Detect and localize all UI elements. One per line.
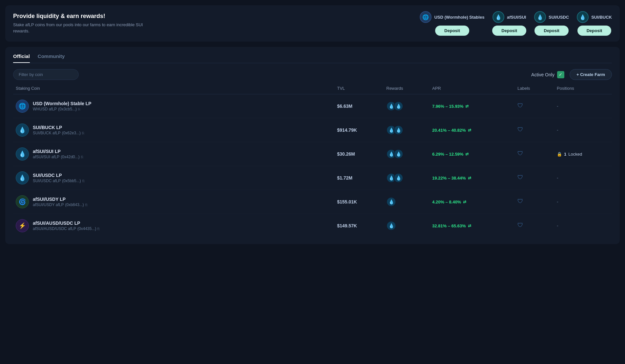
locked-count-afsui-sui-lp: 1 xyxy=(564,152,566,157)
active-only-filter: Active Only ✓ xyxy=(531,71,564,78)
coin-sub-afsui-usdy-lp: afSUI/USDY afLP (0xb843...) ⎘ xyxy=(33,202,88,207)
coin-cell-afsui-usdy-lp: 🌀 afSUI/USDY LP afSUI/USDY afLP (0xb843.… xyxy=(16,195,337,208)
copy-icon-sui-buck-lp[interactable]: ⎘ xyxy=(82,131,84,135)
apr-value-sui-buck-lp: 20.41% – 40.82% xyxy=(432,128,466,133)
positions-cell-afsui-usdy-lp: - xyxy=(557,199,609,204)
pool-card-whusd: 🌐 USD (Wormhole) Stables Deposit xyxy=(420,11,484,36)
coin-icon-afsui-sui-lp: 💧 xyxy=(16,147,29,161)
copy-icon-afsui-ausd-usdc-lp[interactable]: ⎘ xyxy=(97,227,100,231)
table-row-sui-buck-lp[interactable]: 💧 SUI/BUCK LP SUI/BUCK afLP (0x62e3...) … xyxy=(13,118,612,142)
rewards-cell-afsui-ausd-usdc-lp: 💧 xyxy=(386,221,432,231)
filter-input[interactable] xyxy=(13,69,79,80)
coin-sub-sui-buck-lp: SUI/BUCK afLP (0x62e3...) ⎘ xyxy=(33,131,84,135)
label-cell-afsui-usdy-lp: 🛡 xyxy=(517,198,557,206)
shield-icon-whusd-lp: 🛡 xyxy=(517,102,525,110)
coin-name-afsui-usdy-lp: afSUI/USDY LP xyxy=(33,197,88,202)
banner-subtitle: Stake afLP coins from our pools into our… xyxy=(13,22,151,34)
coin-info-afsui-ausd-usdc-lp: afSUI/AUSD/USDC LP afSUI/AUSD/USDC afLP … xyxy=(33,220,100,231)
deposit-button-sui_usdc[interactable]: Deposit xyxy=(534,26,569,36)
pool-icon-afsui_sui: 💧 xyxy=(493,11,504,23)
coin-info-sui-buck-lp: SUI/BUCK LP SUI/BUCK afLP (0x62e3...) ⎘ xyxy=(33,125,84,135)
shield-icon-sui-buck-lp: 🛡 xyxy=(517,126,525,134)
label-cell-sui-buck-lp: 🛡 xyxy=(517,126,557,134)
coin-subname-sui-buck-lp: SUI/BUCK afLP xyxy=(33,131,61,135)
apr-value-sui-usdc-lp: 19.22% – 38.44% xyxy=(432,176,466,181)
table-rows: 🌐 USD (Wormhole) Stable LP WHUSD afLP (0… xyxy=(13,94,612,238)
deposit-button-sui_buck[interactable]: Deposit xyxy=(577,26,612,36)
apr-value-afsui-ausd-usdc-lp: 32.81% – 65.63% xyxy=(432,223,466,228)
apr-arrows-sui-usdc-lp: ⇄ xyxy=(468,176,471,180)
coin-sub-afsui-ausd-usdc-lp: afSUI/AUSD/USDC afLP (0x4435...) ⎘ xyxy=(33,226,100,231)
table-header: Staking Coin TVL Rewards APR Labels Posi… xyxy=(13,86,612,94)
apr-arrows-afsui-usdy-lp: ⇄ xyxy=(463,200,466,204)
position-dash-sui-buck-lp: - xyxy=(557,127,558,133)
farm-table: Staking Coin TVL Rewards APR Labels Posi… xyxy=(13,86,612,238)
coin-cell-afsui-sui-lp: 💧 afSUI/SUI LP afSUI/SUI afLP (0x42d0...… xyxy=(16,147,337,161)
label-cell-sui-usdc-lp: 🛡 xyxy=(517,174,557,182)
coin-info-afsui-sui-lp: afSUI/SUI LP afSUI/SUI afLP (0x42d0...) … xyxy=(33,149,83,159)
apr-cell-whusd-lp: 7.96% – 15.93% ⇄ xyxy=(432,104,517,109)
create-farm-button[interactable]: + Create Farm xyxy=(570,69,612,80)
banner-left: Provide liquidity & earn rewards! Stake … xyxy=(13,13,151,34)
deposit-button-whusd[interactable]: Deposit xyxy=(435,26,469,36)
pool-name-whusd: USD (Wormhole) Stables xyxy=(434,15,484,20)
apr-cell-afsui-ausd-usdc-lp: 32.81% – 65.63% ⇄ xyxy=(432,223,517,228)
copy-icon-sui-usdc-lp[interactable]: ⎘ xyxy=(82,179,85,183)
coin-sub-afsui-sui-lp: afSUI/SUI afLP (0x42d0...) ⎘ xyxy=(33,155,83,159)
col-labels: Labels xyxy=(517,86,557,91)
coin-info-whusd-lp: USD (Wormhole) Stable LP WHUSD afLP (0x3… xyxy=(33,101,91,111)
col-rewards: Rewards xyxy=(386,86,432,91)
copy-icon-afsui-usdy-lp[interactable]: ⎘ xyxy=(85,203,88,207)
table-row-afsui-sui-lp[interactable]: 💧 afSUI/SUI LP afSUI/SUI afLP (0x42d0...… xyxy=(13,142,612,166)
active-only-checkbox[interactable]: ✓ xyxy=(557,71,564,78)
reward-icon-afsui-ausd-usdc-lp-0: 💧 xyxy=(386,221,396,231)
apr-cell-sui-buck-lp: 20.41% – 40.82% ⇄ xyxy=(432,128,517,133)
pool-header-whusd: 🌐 USD (Wormhole) Stables xyxy=(420,11,484,23)
copy-icon-afsui-sui-lp[interactable]: ⎘ xyxy=(81,155,83,159)
tab-official[interactable]: Official xyxy=(13,53,30,63)
position-dash-afsui-ausd-usdc-lp: - xyxy=(557,223,558,228)
tvl-cell-sui-usdc-lp: $1.72M xyxy=(337,175,386,181)
tvl-cell-sui-buck-lp: $914.79K xyxy=(337,127,386,133)
coin-icon-afsui-ausd-usdc-lp: ⚡ xyxy=(16,219,29,232)
positions-cell-afsui-sui-lp: 🔒 1 Locked xyxy=(557,152,609,157)
pool-card-sui_usdc: 💧 SUI/USDC Deposit xyxy=(534,11,569,36)
pool-name-afsui_sui: afSUI/SUI xyxy=(507,15,526,20)
coin-icon-sui-buck-lp: 💧 xyxy=(16,124,29,137)
col-staking-coin: Staking Coin xyxy=(16,86,337,91)
table-row-afsui-usdy-lp[interactable]: 🌀 afSUI/USDY LP afSUI/USDY afLP (0xb843.… xyxy=(13,190,612,214)
pool-name-sui_buck: SUI/BUCK xyxy=(591,15,612,20)
coin-subname-sui-usdc-lp: SUI/USDC afLP xyxy=(33,179,61,183)
table-row-sui-usdc-lp[interactable]: 💧 SUI/USDC LP SUI/USDC afLP (0x5bb5...) … xyxy=(13,166,612,190)
reward-icon-whusd-lp-1: 💧 xyxy=(393,101,403,111)
coin-name-afsui-ausd-usdc-lp: afSUI/AUSD/USDC LP xyxy=(33,220,100,226)
tvl-cell-afsui-ausd-usdc-lp: $149.57K xyxy=(337,223,386,228)
coin-cell-afsui-ausd-usdc-lp: ⚡ afSUI/AUSD/USDC LP afSUI/AUSD/USDC afL… xyxy=(16,219,337,232)
col-apr: APR xyxy=(432,86,517,91)
copy-icon-whusd-lp[interactable]: ⎘ xyxy=(78,107,80,111)
pool-icon-sui_usdc: 💧 xyxy=(534,11,546,23)
rewards-cell-whusd-lp: 💧💧 xyxy=(386,101,432,111)
coin-subname-afsui-ausd-usdc-lp: afSUI/AUSD/USDC afLP xyxy=(33,226,76,231)
label-cell-afsui-sui-lp: 🛡 xyxy=(517,150,557,158)
table-row-whusd-lp[interactable]: 🌐 USD (Wormhole) Stable LP WHUSD afLP (0… xyxy=(13,94,612,118)
deposit-button-afsui_sui[interactable]: Deposit xyxy=(492,26,526,36)
pool-header-sui_usdc: 💧 SUI/USDC xyxy=(534,11,569,23)
tab-community[interactable]: Community xyxy=(38,53,65,63)
tvl-cell-afsui-usdy-lp: $155.01K xyxy=(337,199,386,204)
coin-name-sui-buck-lp: SUI/BUCK LP xyxy=(33,125,84,130)
coin-icon-sui-usdc-lp: 💧 xyxy=(16,171,29,184)
coin-info-afsui-usdy-lp: afSUI/USDY LP afSUI/USDY afLP (0xb843...… xyxy=(33,197,88,207)
coin-address-afsui-usdy-lp: (0xb843...) xyxy=(65,202,84,207)
top-banner: Provide liquidity & earn rewards! Stake … xyxy=(5,5,620,42)
coin-cell-sui-usdc-lp: 💧 SUI/USDC LP SUI/USDC afLP (0x5bb5...) … xyxy=(16,171,337,184)
pool-header-sui_buck: 💧 SUI/BUCK xyxy=(577,11,612,23)
positions-cell-sui-usdc-lp: - xyxy=(557,175,609,181)
coin-name-sui-usdc-lp: SUI/USDC LP xyxy=(33,173,85,178)
main-panel: OfficialCommunity Active Only ✓ + Create… xyxy=(5,47,620,244)
coin-address-whusd-lp: (0x3cb5...) xyxy=(58,107,77,111)
pool-icon-sui_buck: 💧 xyxy=(577,11,589,23)
table-row-afsui-ausd-usdc-lp[interactable]: ⚡ afSUI/AUSD/USDC LP afSUI/AUSD/USDC afL… xyxy=(13,214,612,238)
coin-address-sui-usdc-lp: (0x5bb5...) xyxy=(62,179,81,183)
reward-icon-sui-buck-lp-1: 💧 xyxy=(393,125,403,135)
